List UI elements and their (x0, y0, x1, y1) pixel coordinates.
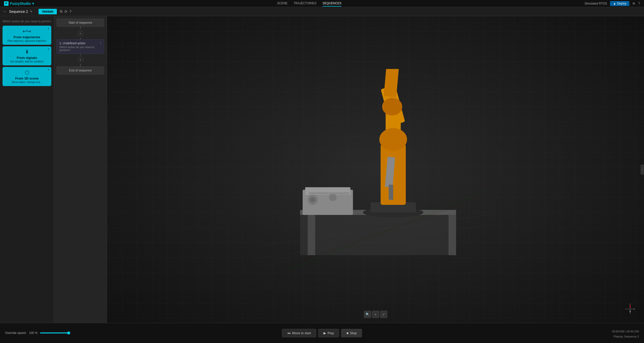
trajectories-help-icon[interactable]: ? (48, 27, 49, 30)
override-value: 100 % (29, 331, 37, 335)
scene-icon: ⬡ (25, 69, 29, 75)
nav-trajectories[interactable]: TRAJECTORIES (294, 1, 316, 7)
viewport-mini-toolbar: 🔍 + ⤢ (364, 311, 387, 318)
action-1-desc: Which action do you need to perform? (59, 46, 101, 52)
svg-marker-28 (629, 305, 631, 307)
svg-rect-13 (389, 185, 393, 200)
stop-label: Stop (350, 331, 357, 335)
action-1-title: 1. Undefined action (59, 42, 101, 45)
settings-icon[interactable]: ⚙ (632, 2, 635, 5)
signals-title: From signals (17, 56, 37, 60)
sequence-panel: Start of sequence + ⋮ 1. Undefined actio… (54, 16, 107, 323)
action-menu-icon[interactable]: ⋮ (99, 41, 102, 45)
add-before-action[interactable]: + (78, 31, 83, 36)
edit-icon[interactable]: ✎ (30, 10, 32, 13)
side-collapse-button[interactable]: ‹ (640, 165, 644, 175)
move-to-start-button[interactable]: ⏮ Move to start (282, 329, 316, 337)
sequence-action-1[interactable]: ⋮ 1. Undefined action Which action do yo… (57, 39, 104, 54)
play-icon: ▶ (324, 331, 326, 335)
deploy-button[interactable]: ▲ Deploy (610, 1, 629, 6)
deploy-label: Deploy (617, 2, 626, 5)
search-input[interactable] (3, 19, 51, 24)
trajectories-icon: ↩↪ (23, 28, 31, 34)
playback-controls: ⏮ Move to start ▶ Play ■ Stop (282, 329, 362, 337)
nav-left: F FuzzyStudio ▾ (4, 1, 34, 6)
svg-rect-19 (309, 192, 349, 194)
robot-scene (107, 16, 644, 323)
app-name: FuzzyStudio (10, 2, 31, 6)
top-nav: F FuzzyStudio ▾ SCENE TRAJECTORIES SEQUE… (0, 0, 644, 7)
left-panel: ? ↩↪ From trajectories Play trajectory, … (0, 16, 54, 323)
robot-svg (262, 69, 489, 270)
action-card-trajectories[interactable]: ? ↩↪ From trajectories Play trajectory, … (3, 26, 51, 45)
stop-button[interactable]: ■ Stop (341, 329, 362, 337)
validate-button[interactable]: Validate (38, 9, 57, 14)
svg-rect-2 (308, 215, 315, 255)
app-chevron: ▾ (32, 2, 34, 6)
app-logo-icon: F (4, 1, 9, 6)
expand-icon[interactable]: ⤢ (380, 311, 387, 318)
playing-display: Playing: Sequence 2 (614, 335, 639, 338)
breadcrumb-title: Sequence 2 (9, 10, 28, 14)
compass: Z X (624, 303, 636, 315)
nav-scene[interactable]: SCENE (277, 1, 288, 7)
plus-icon[interactable]: + (372, 311, 379, 318)
svg-text:Z: Z (629, 303, 631, 305)
svg-rect-10 (384, 69, 400, 97)
svg-text:X: X (633, 308, 635, 310)
svg-point-11 (382, 98, 402, 116)
scene-desc: Move object, change tool... (12, 81, 42, 84)
move-to-start-label: Move to start (292, 331, 311, 335)
svg-point-17 (310, 197, 315, 202)
signals-desc: Set variable, wait for condition (10, 60, 44, 63)
override-label: Override speed: (5, 331, 26, 335)
play-label: Play (328, 331, 334, 335)
copy-icon[interactable]: ⧉ (60, 9, 62, 14)
svg-point-8 (379, 128, 407, 151)
action-card-3d-scene[interactable]: ? ⬡ From 3D scene Move object, change to… (3, 67, 51, 86)
stop-icon: ■ (346, 331, 348, 335)
svg-rect-3 (449, 215, 456, 255)
trajectories-title: From trajectories (14, 35, 40, 39)
play-button[interactable]: ▶ Play (318, 329, 339, 337)
nav-sequences[interactable]: SEQUENCES (323, 1, 341, 7)
time-display: 00:00:000 / 00:40:100 (612, 330, 639, 333)
viewport: 🔍 + ⤢ ‹ Z X (107, 16, 644, 323)
svg-marker-29 (629, 311, 631, 313)
action-card-signals[interactable]: ? ⬇ From signals Set variable, wait for … (3, 46, 51, 65)
nav-right: Simulated RTOS ▲ Deploy ⚙ ? (584, 1, 640, 6)
scene-help-icon[interactable]: ? (48, 68, 49, 71)
signals-icon: ⬇ (25, 49, 29, 55)
zoom-icon[interactable]: 🔍 (364, 311, 371, 318)
help-icon[interactable]: ? (638, 2, 640, 5)
trajectories-desc: Play trajectory, approach trajectory (8, 40, 46, 42)
nav-links: SCENE TRAJECTORIES SEQUENCES (277, 1, 342, 7)
svg-point-18 (329, 194, 337, 201)
bottom-bar: Override speed: 100 % ⏮ Move to start ▶ … (0, 323, 644, 343)
override-section: Override speed: 100 % (5, 323, 70, 343)
signals-help-icon[interactable]: ? (48, 48, 49, 51)
add-after-action[interactable]: + (78, 57, 83, 62)
end-of-sequence: End of sequence (57, 66, 104, 74)
back-button[interactable]: ← (3, 9, 7, 14)
toolbar-icons: ⧉ ⟳ ? (60, 9, 71, 14)
start-of-sequence: Start of sequence (57, 19, 104, 27)
help-breadcrumb-icon[interactable]: ? (69, 10, 71, 14)
override-slider[interactable] (40, 332, 70, 333)
scene-title: From 3D scene (15, 77, 38, 80)
breadcrumb-bar: ← Sequence 2 ✎ Validate ⧉ ⟳ ? (0, 7, 644, 16)
deploy-icon: ▲ (613, 2, 616, 5)
history-icon[interactable]: ⟳ (64, 10, 67, 14)
move-to-start-icon: ⏮ (287, 331, 291, 335)
svg-rect-1 (300, 215, 456, 255)
simulated-rtos-label: Simulated RTOS (584, 2, 607, 5)
app-logo[interactable]: F FuzzyStudio ▾ (4, 1, 34, 6)
